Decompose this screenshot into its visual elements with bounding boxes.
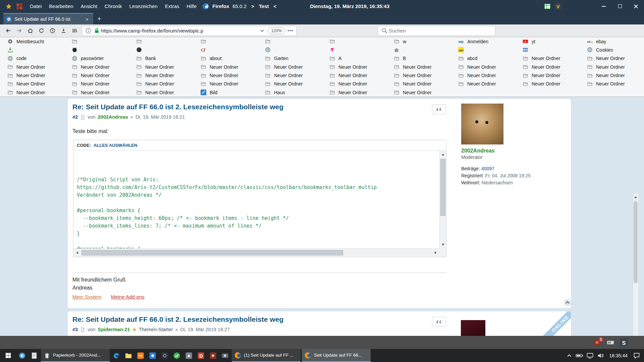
history-button[interactable] xyxy=(47,26,58,36)
tab-close-icon[interactable]: × xyxy=(84,16,91,22)
table-extension-icon[interactable] xyxy=(544,3,551,10)
taskbar-item[interactable] xyxy=(183,349,195,362)
bookmark-item[interactable] xyxy=(129,37,193,46)
bookmark-item[interactable]: Neuer Ordner xyxy=(193,63,258,71)
toolbar-icon[interactable] xyxy=(575,26,586,36)
bookmark-item[interactable]: Neuer Ordner xyxy=(515,80,580,88)
bookmark-item[interactable]: Neuer Ordner xyxy=(129,88,193,97)
bookmark-item[interactable]: Neuer Ordner xyxy=(64,80,129,88)
page-scrollbar[interactable] xyxy=(633,194,638,336)
toolbar-icon[interactable] xyxy=(497,26,508,36)
bookmark-item[interactable]: Neuer Ordner xyxy=(0,63,64,71)
zoom-level-button[interactable]: 120% xyxy=(268,27,285,34)
bookmark-item[interactable]: Neuer Ordner xyxy=(451,80,515,88)
bookmark-item[interactable]: Neuer Ordner xyxy=(258,63,322,71)
battery-icon[interactable] xyxy=(576,352,584,359)
toolbar-icon[interactable] xyxy=(597,26,608,36)
extension-icon[interactable] xyxy=(354,26,365,36)
bookmark-item[interactable]: Neuer Ordner xyxy=(386,80,451,88)
minimize-button[interactable] xyxy=(596,0,612,12)
scrollbar-thumb[interactable] xyxy=(440,159,445,216)
bookmark-item[interactable]: Neuer Ordner xyxy=(386,63,451,71)
select-all-link[interactable]: ALLES AUSWÄHLEN xyxy=(94,143,137,148)
taskbar-item[interactable] xyxy=(16,349,28,362)
url-input[interactable] xyxy=(101,28,258,34)
author-link[interactable]: 2002Andreas xyxy=(98,114,128,120)
scroll-top-button[interactable] xyxy=(564,299,572,307)
bookmark-item[interactable]: Neuer Ordner xyxy=(129,80,193,88)
taskbar-item[interactable] xyxy=(219,349,231,362)
menu-item[interactable]: Hilfe xyxy=(183,0,200,12)
bookmark-item[interactable]: Neuer Ordner xyxy=(322,88,386,97)
code-horizontal-scrollbar[interactable] xyxy=(73,248,439,257)
search-bar[interactable] xyxy=(377,26,495,36)
toolbar-icon[interactable] xyxy=(519,26,530,36)
scrollbar-thumb[interactable] xyxy=(82,250,343,255)
bookmark-item[interactable]: w xyxy=(386,37,451,46)
quote-button[interactable] xyxy=(432,317,446,327)
bookmark-item[interactable]: Neuer Ordner xyxy=(386,71,451,80)
menu-item[interactable]: Lesezeichen xyxy=(125,0,161,12)
url-bar[interactable]: 120% ••• xyxy=(82,26,297,36)
tray-expand-icon[interactable] xyxy=(565,352,573,359)
bookmark-item[interactable] xyxy=(515,46,580,54)
post-doc-icon[interactable] xyxy=(80,115,85,120)
bookmark-item[interactable]: yt xyxy=(515,37,580,46)
taskbar-item[interactable]: (1) Seit Update auf FF ... xyxy=(232,349,301,362)
bookmark-item[interactable]: Neuer Ordner xyxy=(386,88,451,97)
bookmark-item[interactable]: Neuer Ordner xyxy=(258,71,322,80)
bookmark-item[interactable]: Neuer Ordner xyxy=(129,71,193,80)
bookmark-item[interactable]: Bild xyxy=(193,88,258,97)
bookmark-item[interactable]: code xyxy=(0,54,64,63)
toolbar-icon[interactable] xyxy=(508,26,519,36)
taskbar-clock[interactable]: 16:35:44 xyxy=(607,353,631,358)
extension-icon[interactable] xyxy=(365,26,376,36)
bookmark-item[interactable] xyxy=(64,37,129,46)
taskbar-item[interactable]: Papierkorb - 2002And... xyxy=(41,349,110,362)
bookmark-item[interactable] xyxy=(322,46,386,54)
tray-item[interactable] xyxy=(606,339,614,347)
taskbar-item[interactable]: D xyxy=(195,349,207,362)
bookmark-item[interactable] xyxy=(258,37,322,46)
secure-lock-icon[interactable] xyxy=(94,27,100,34)
bookmark-item[interactable]: Neuer Ordner xyxy=(0,71,64,80)
bookmark-item[interactable]: Haus xyxy=(258,88,322,97)
tray-item[interactable]: S xyxy=(620,339,628,347)
toolbar-icon[interactable] xyxy=(541,26,552,36)
bookmark-item[interactable]: Bank xyxy=(129,54,193,63)
active-tab[interactable]: Seit Update auf FF 66.0 ist × xyxy=(3,13,93,24)
back-button[interactable] xyxy=(3,26,14,36)
downloads-button[interactable] xyxy=(58,26,69,36)
bookmark-item[interactable]: wp Anmelden xyxy=(451,37,515,46)
bookmark-item[interactable]: Neuer Ordner xyxy=(193,71,258,80)
bookmark-item[interactable]: Neuer Ordner xyxy=(580,54,644,63)
bookmark-item[interactable]: Neuer Ordner xyxy=(322,80,386,88)
app-grid-icon[interactable] xyxy=(16,3,23,10)
meine-addons-link[interactable]: Meine Add-ons xyxy=(111,293,145,301)
forward-button[interactable] xyxy=(14,26,25,36)
toolbar-icon[interactable] xyxy=(564,26,575,36)
bookmark-item[interactable]: Cookies xyxy=(580,46,644,54)
bookmark-item[interactable] xyxy=(0,46,64,54)
post-doc-icon[interactable] xyxy=(80,327,85,332)
bookmark-item[interactable]: Neuer Ordner xyxy=(322,71,386,80)
bookmark-item[interactable] xyxy=(322,37,386,46)
bookmark-item[interactable]: Neuer Ordner xyxy=(515,71,580,80)
bookmark-item[interactable]: B xyxy=(386,54,451,63)
code-vertical-scrollbar[interactable] xyxy=(439,151,446,248)
bookmark-item[interactable]: Neuer Ordner xyxy=(0,80,64,88)
bookmark-item[interactable] xyxy=(386,46,451,54)
v-extension-icon[interactable]: V xyxy=(555,3,561,10)
menu-item[interactable]: Bearbeiten xyxy=(45,0,77,12)
bookmark-item[interactable] xyxy=(193,37,258,46)
bookmark-item[interactable]: Neuer Ordner xyxy=(64,71,129,80)
profile-username-link[interactable]: 2002Andreas xyxy=(461,148,571,154)
url-dropdown-icon[interactable] xyxy=(259,27,265,34)
bookmark-item[interactable]: passwörter xyxy=(64,54,129,63)
bookmark-item[interactable]: Garten xyxy=(258,54,322,63)
extension-icon[interactable] xyxy=(309,26,320,36)
bookmark-item[interactable]: Neuer Ordner xyxy=(64,88,129,97)
taskbar-item[interactable] xyxy=(122,349,135,362)
bookmark-item[interactable]: Neuer Ordner xyxy=(193,80,258,88)
home-button[interactable] xyxy=(25,26,36,36)
